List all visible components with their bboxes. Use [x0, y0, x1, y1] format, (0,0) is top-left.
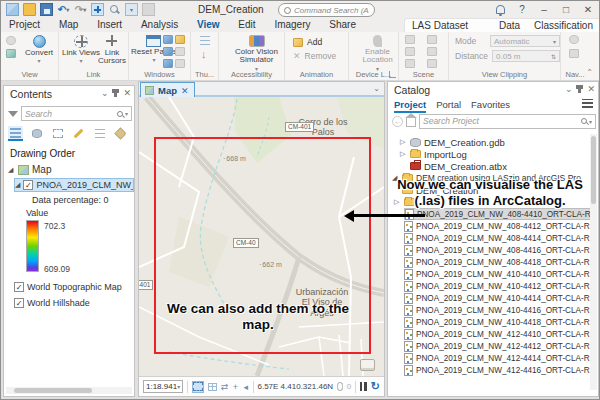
zoom-tool-icon[interactable] [108, 3, 121, 16]
color-vision-simulator-button[interactable]: Color Vision Simulator▾ [229, 33, 284, 72]
close-tab-icon[interactable]: ✕ [181, 86, 189, 96]
close-button[interactable]: ✕ [577, 1, 599, 17]
tree-item-importlog[interactable]: ▷ ImportLog [400, 148, 592, 160]
refresh-icon[interactable]: ↻ [371, 380, 380, 393]
map-view-tab[interactable]: Map ✕ [140, 82, 195, 97]
list-by-selection-button[interactable] [50, 126, 65, 141]
coordinate-system-icon[interactable]: ⇄ [221, 381, 229, 393]
catalog-tab-portal[interactable]: Portal [436, 99, 461, 113]
animation-add-button[interactable]: Add [293, 37, 322, 47]
tab-data[interactable]: Data [492, 19, 527, 32]
download-arrow-icon[interactable]: ↓ [201, 49, 207, 60]
catalog-tab-favorites[interactable]: Favorites [471, 99, 510, 113]
tab-las-dataset-layer[interactable]: LAS Dataset Layer [405, 19, 492, 32]
list-by-snapping-button[interactable] [92, 126, 107, 141]
help-icon[interactable]: ? [511, 1, 533, 17]
list-by-data-source-button[interactable] [29, 126, 44, 141]
expand-icon[interactable]: ◢ [15, 181, 20, 189]
expander-icon[interactable]: ▷ [400, 150, 407, 158]
raster-layer-row[interactable]: ◢ PNOA_2019_CLM_NW_408-4410_ORT [14, 178, 134, 192]
maximize-button[interactable]: □ [555, 1, 577, 17]
map-layer-row[interactable]: ◢ Map [8, 164, 51, 175]
new-project-icon[interactable] [6, 3, 19, 16]
las-file-row[interactable]: PNOA_2019_CLM_NW_412-4410_ORT-CLA-RGB.la… [404, 328, 592, 340]
map-overlay-widget-icon[interactable] [360, 359, 375, 371]
close-pane-icon[interactable]: ✕ [123, 88, 131, 98]
tab-analysis[interactable]: Analysis [133, 18, 186, 32]
list-by-labeling-button[interactable] [113, 126, 128, 141]
tree-item-gdb[interactable]: ▷ DEM_Creation.gdb [400, 136, 592, 148]
tab-edit[interactable]: Edit [230, 18, 263, 32]
home-icon[interactable] [406, 118, 416, 127]
camera-icon[interactable] [6, 36, 16, 45]
tab-share[interactable]: Share [321, 18, 364, 32]
pause-drawing-button[interactable] [360, 382, 367, 391]
basemap-topo-row[interactable]: World Topographic Map [14, 282, 122, 292]
convert-button[interactable]: Convert▾ [25, 33, 53, 65]
tasks-pane-icon[interactable] [175, 59, 185, 68]
bookmarks-icon[interactable]: ▾ [125, 3, 138, 16]
las-file-row[interactable]: PNOA_2019_CLM_NW_410-4412_ORT-CLA-RGB.la… [404, 280, 592, 292]
list-by-drawing-order-button[interactable] [8, 126, 23, 141]
catalog-tab-project[interactable]: Project [394, 99, 426, 113]
las-file-row[interactable]: PNOA_2019_CLM_NW_408-4418_ORT-CLA-RGB.la… [404, 256, 592, 268]
las-file-row[interactable]: PNOA_2019_CLM_NW_408-4414_ORT-CLA-RGB.la… [404, 232, 592, 244]
save-project-icon[interactable] [40, 3, 53, 16]
las-file-row[interactable]: PNOA_2019_CLM_NW_408-4412_ORT-CLA-RGB.la… [404, 220, 592, 232]
toolbox-pane-icon[interactable] [175, 35, 185, 44]
layer-checkbox[interactable] [23, 180, 33, 190]
tab-overflow-chevron-icon[interactable]: ⌄ [373, 84, 380, 93]
las-file-row[interactable]: PNOA_2019_CLM_NW_412-4416_ORT-CLA-RGB.la… [404, 364, 592, 376]
filter-icon[interactable] [8, 111, 18, 117]
pin-icon[interactable] [578, 85, 581, 93]
tab-map[interactable]: Map [51, 18, 86, 32]
tree-item-toolbox[interactable]: DEM_Creation.atbx [410, 160, 592, 172]
command-search-input[interactable]: Command Search (Alt+Q) [278, 3, 375, 17]
contents-pane-icon[interactable] [163, 47, 173, 56]
scale-select[interactable]: 1:18.941▾ [143, 380, 183, 393]
redo-icon[interactable]: ↷▾ [74, 3, 87, 16]
python-pane-icon[interactable] [175, 47, 185, 56]
tables-pane-icon[interactable] [163, 59, 173, 68]
collapse-ribbon-chevron-icon[interactable]: ⌃ [586, 68, 593, 77]
image-icon[interactable] [6, 49, 16, 58]
las-file-row[interactable]: PNOA_2019_CLM_NW_410-4410_ORT-CLA-RGB.la… [404, 268, 592, 280]
menu-icon[interactable] [582, 99, 593, 108]
tab-insert[interactable]: Insert [89, 18, 130, 32]
selection-tool-icon[interactable] [192, 381, 204, 393]
pane-menu-chevron-icon[interactable]: ⌄ [101, 88, 109, 98]
tab-classification[interactable]: Classification [527, 19, 600, 32]
link-views-button[interactable]: Link Views▾ [62, 33, 100, 65]
las-file-row[interactable]: PNOA_2019_CLM_NW_408-4410_ORT-CLA-RGB.la… [404, 208, 592, 220]
expander-icon[interactable]: ▷ [400, 138, 407, 146]
contents-search-input[interactable]: Search ▾ [21, 106, 132, 121]
undo-icon[interactable]: ↶▾ [57, 3, 70, 16]
thumbnail-icon[interactable] [200, 36, 210, 45]
basemap-hillshade-row[interactable]: World Hillshade [14, 298, 90, 308]
las-file-row[interactable]: PNOA_2019_CLM_NW_410-4418_ORT-CLA-RGB.la… [404, 316, 592, 328]
snapping-icon[interactable]: + [232, 381, 238, 393]
las-file-row[interactable]: PNOA_2019_CLM_NW_410-4414_ORT-CLA-RGB.la… [404, 292, 592, 304]
catalog-pane-icon[interactable] [163, 35, 173, 44]
las-file-row[interactable]: PNOA_2019_CLM_NW_408-4416_ORT-CLA-RGB.la… [404, 244, 592, 256]
attribute-table-icon[interactable] [208, 381, 217, 393]
expand-icon[interactable]: ◢ [8, 166, 15, 174]
open-project-icon[interactable] [23, 3, 36, 16]
tab-project[interactable]: Project [1, 18, 48, 32]
link-cursors-button[interactable]: Link Cursors [96, 33, 128, 66]
list-by-editing-button[interactable] [71, 126, 86, 141]
vertical-scrollbar[interactable] [590, 134, 597, 390]
sound-icon[interactable]: ◂ [243, 381, 249, 393]
close-pane-icon[interactable]: ✕ [587, 84, 595, 94]
las-file-row[interactable]: PNOA_2019_CLM_NW_412-4412_ORT-CLA-RGB.la… [404, 340, 592, 352]
layer-checkbox[interactable] [14, 298, 24, 308]
minimize-button[interactable]: – [533, 1, 555, 17]
pin-icon[interactable] [114, 89, 117, 97]
notifications-icon[interactable] [489, 1, 511, 17]
tab-imagery[interactable]: Imagery [266, 18, 318, 32]
las-file-row[interactable]: PNOA_2019_CLM_NW_412-4414_ORT-CLA-RGB.la… [404, 352, 592, 364]
las-file-row[interactable]: PNOA_2019_CLM_NW_410-4416_ORT-CLA-RGB.la… [404, 304, 592, 316]
pane-menu-chevron-icon[interactable]: ⌄ [565, 84, 573, 94]
catalog-search-input[interactable]: Search Project ▾ [419, 114, 596, 129]
layer-checkbox[interactable] [14, 282, 24, 292]
